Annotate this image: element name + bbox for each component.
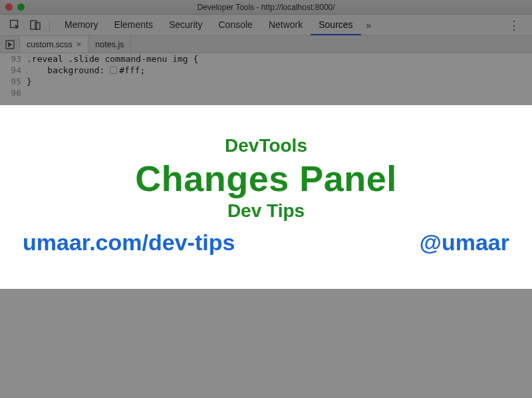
separator xyxy=(49,19,50,32)
title-line-1: DevTools xyxy=(225,135,307,156)
color-value: #fff xyxy=(119,65,140,75)
close-icon[interactable]: × xyxy=(76,39,82,49)
inspect-element-icon[interactable] xyxy=(5,17,25,34)
device-toolbar-icon[interactable] xyxy=(25,17,45,34)
file-tab-custom-scss[interactable]: custom.scss × xyxy=(20,36,88,53)
title-line-2: Changes Panel xyxy=(135,158,397,199)
tab-network[interactable]: Network xyxy=(261,15,311,35)
line-number: 95 xyxy=(0,76,21,87)
twitter-handle[interactable]: @umaar xyxy=(420,230,509,256)
tab-sources[interactable]: Sources xyxy=(311,15,360,35)
code-line[interactable] xyxy=(27,87,532,99)
title-links-row: umaar.com/dev-tips @umaar xyxy=(19,230,513,256)
code-line[interactable]: .reveal .slide command-menu img { xyxy=(27,53,532,65)
tab-console[interactable]: Console xyxy=(211,15,261,35)
devtools-menu-icon[interactable]: ⋮ xyxy=(501,18,527,33)
window-titlebar: Developer Tools - http://localhost:8000/ xyxy=(0,0,532,15)
title-card: DevTools Changes Panel Dev Tips umaar.co… xyxy=(0,105,532,289)
file-tab-label: custom.scss xyxy=(27,40,72,49)
code-line[interactable]: } xyxy=(27,76,532,87)
tab-elements[interactable]: Elements xyxy=(106,15,161,35)
show-navigator-icon[interactable] xyxy=(0,36,20,53)
title-line-3: Dev Tips xyxy=(227,200,305,222)
color-swatch-icon[interactable] xyxy=(110,67,117,74)
line-number: 96 xyxy=(0,87,21,99)
sources-file-tabbar: custom.scss × notes.js xyxy=(0,36,532,53)
file-tab-notes-js[interactable]: notes.js xyxy=(88,36,131,53)
tab-memory[interactable]: Memory xyxy=(57,15,106,35)
tab-security[interactable]: Security xyxy=(161,15,211,35)
window-title: Developer Tools - http://localhost:8000/ xyxy=(0,3,532,12)
file-tab-label: notes.js xyxy=(95,40,124,49)
dev-tips-url[interactable]: umaar.com/dev-tips xyxy=(23,230,235,256)
more-tabs-button[interactable]: » xyxy=(361,20,377,31)
code-line[interactable]: background: #fff; xyxy=(27,65,532,76)
svg-rect-2 xyxy=(35,23,40,29)
line-number: 93 xyxy=(0,53,21,65)
panel-tabs: Memory Elements Security Console Network… xyxy=(57,15,361,35)
devtools-tabbar: Memory Elements Security Console Network… xyxy=(0,15,532,36)
line-number: 94 xyxy=(0,65,21,76)
